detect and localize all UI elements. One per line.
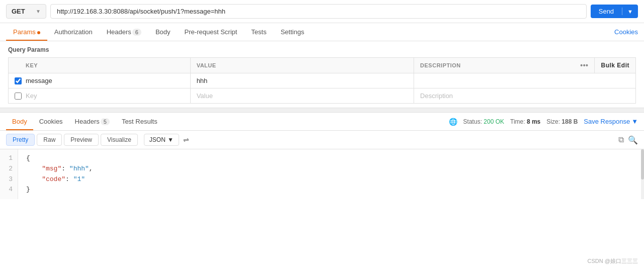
query-params-section: Query Params KEY VALUE DESCRIPTION ••• B… bbox=[0, 41, 644, 104]
save-response-button[interactable]: Save Response ▼ bbox=[584, 118, 638, 125]
table-row: Key Value Description bbox=[9, 88, 636, 104]
resp-tab-test-results[interactable]: Test Results bbox=[116, 113, 164, 130]
resp-tab-headers[interactable]: Headers5 bbox=[69, 113, 116, 130]
line-num-3: 3 bbox=[5, 174, 13, 185]
param-desc-cell-empty: Description bbox=[414, 88, 575, 104]
param-value-cell-empty: Value bbox=[190, 88, 414, 104]
col-header-actions: ••• bbox=[574, 58, 595, 73]
fmt-raw-button[interactable]: Raw bbox=[37, 134, 62, 146]
tab-tests[interactable]: Tests bbox=[244, 23, 273, 41]
url-input[interactable] bbox=[50, 4, 587, 19]
params-dot bbox=[37, 31, 40, 34]
line-num-4: 4 bbox=[5, 185, 13, 195]
url-bar: GET ▼ Send ▼ bbox=[0, 0, 644, 23]
param-desc-placeholder: Description bbox=[420, 92, 453, 100]
resp-tab-cookies[interactable]: Cookies bbox=[33, 113, 69, 130]
format-selector[interactable]: JSON ▼ bbox=[144, 134, 179, 146]
method-selector[interactable]: GET ▼ bbox=[6, 4, 46, 19]
save-response-chevron-icon: ▼ bbox=[631, 118, 638, 125]
globe-icon: 🌐 bbox=[449, 118, 457, 126]
param-key-cell: message bbox=[9, 73, 191, 88]
format-bar: Pretty Raw Preview Visualize JSON ▼ ⇌ ⧉ … bbox=[0, 131, 644, 149]
tab-body[interactable]: Body bbox=[148, 23, 178, 41]
params-table: KEY VALUE DESCRIPTION ••• Bulk Edit bbox=[8, 57, 636, 104]
tab-headers[interactable]: Headers6 bbox=[100, 23, 148, 41]
param-value-1: hhh bbox=[197, 77, 208, 84]
fmt-pretty-button[interactable]: Pretty bbox=[6, 134, 35, 146]
status-value: 200 OK bbox=[484, 118, 504, 125]
code-line-1: { bbox=[26, 153, 636, 164]
line-num-1: 1 bbox=[5, 153, 13, 164]
line-num-2: 2 bbox=[5, 164, 13, 174]
param-desc-cell-1 bbox=[414, 73, 575, 88]
format-chevron-icon: ▼ bbox=[168, 136, 174, 143]
send-btn-arrow-icon[interactable]: ▼ bbox=[622, 9, 638, 15]
section-divider bbox=[0, 108, 644, 113]
response-tabs: Body Cookies Headers5 Test Results 🌐 Sta… bbox=[0, 113, 644, 131]
col-header-value: VALUE bbox=[190, 58, 414, 73]
param-checkbox-2[interactable] bbox=[15, 93, 22, 100]
search-icon[interactable]: 🔍 bbox=[628, 135, 638, 145]
param-key-placeholder: Key bbox=[26, 92, 37, 100]
code-viewer: 1 2 3 4 { "msg": "hhh", "code": "1" } bbox=[0, 149, 644, 199]
send-button-label: Send bbox=[591, 8, 622, 15]
fmt-visualize-button[interactable]: Visualize bbox=[101, 134, 138, 146]
code-line-3: "code": "1" bbox=[26, 174, 636, 185]
time-label: Time: 8 ms bbox=[510, 118, 540, 125]
tab-pre-request[interactable]: Pre-request Script bbox=[178, 23, 245, 41]
method-label: GET bbox=[12, 8, 25, 15]
request-tabs: Params Authorization Headers6 Body Pre-r… bbox=[0, 23, 644, 41]
query-params-title: Query Params bbox=[8, 46, 636, 53]
scrollbar-track[interactable] bbox=[641, 149, 644, 199]
status-label: Status: 200 OK bbox=[463, 118, 504, 125]
bulk-options-icon[interactable]: ••• bbox=[580, 61, 588, 69]
col-header-desc: DESCRIPTION bbox=[414, 58, 575, 73]
right-actions: ⧉ 🔍 bbox=[618, 135, 638, 145]
code-line-2: "msg": "hhh", bbox=[26, 164, 636, 174]
param-key-cell-empty: Key bbox=[9, 88, 191, 104]
tab-params[interactable]: Params bbox=[6, 23, 47, 41]
response-meta: 🌐 Status: 200 OK Time: 8 ms Size: 188 B … bbox=[449, 118, 638, 126]
format-label: JSON bbox=[149, 136, 166, 143]
param-checkbox-1[interactable] bbox=[15, 77, 22, 84]
send-button[interactable]: Send ▼ bbox=[591, 5, 638, 18]
wrap-icon[interactable]: ⇌ bbox=[183, 136, 189, 144]
time-value: 8 ms bbox=[527, 118, 540, 125]
headers-badge: 6 bbox=[132, 29, 141, 36]
resp-headers-badge: 5 bbox=[101, 118, 110, 125]
size-label: Size: 188 B bbox=[546, 118, 578, 125]
tab-settings[interactable]: Settings bbox=[274, 23, 311, 41]
table-row: message hhh bbox=[9, 73, 636, 88]
copy-icon[interactable]: ⧉ bbox=[618, 135, 624, 144]
fmt-preview-button[interactable]: Preview bbox=[64, 134, 99, 146]
line-numbers: 1 2 3 4 bbox=[0, 149, 18, 199]
response-section: Body Cookies Headers5 Test Results 🌐 Sta… bbox=[0, 113, 644, 199]
code-line-4: } bbox=[26, 185, 636, 195]
cookies-link[interactable]: Cookies bbox=[614, 28, 638, 36]
scrollbar-thumb[interactable] bbox=[641, 149, 644, 180]
param-value-placeholder: Value bbox=[197, 92, 213, 100]
method-chevron-icon: ▼ bbox=[36, 9, 41, 14]
resp-tab-body[interactable]: Body bbox=[6, 113, 33, 130]
col-header-key: KEY bbox=[9, 58, 191, 73]
col-header-bulk[interactable]: Bulk Edit bbox=[595, 58, 636, 73]
size-value: 188 B bbox=[561, 118, 578, 125]
code-content: { "msg": "hhh", "code": "1" } bbox=[18, 149, 644, 199]
tab-authorization[interactable]: Authorization bbox=[47, 23, 100, 41]
param-key-value-1: message bbox=[26, 77, 52, 84]
param-value-cell-1: hhh bbox=[190, 73, 414, 88]
